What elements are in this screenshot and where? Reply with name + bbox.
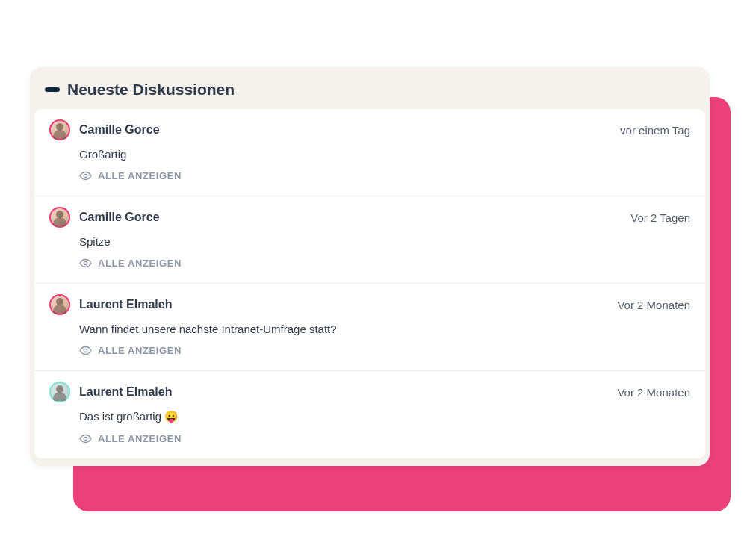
view-all-link[interactable]: ALLE ANZEIGEN (79, 257, 182, 270)
author-name[interactable]: Camille Gorce (79, 211, 160, 224)
discussions-panel: Neueste Diskussionen Camille Gorce vor e… (30, 67, 710, 466)
svg-point-3 (84, 437, 87, 440)
timestamp: Vor 2 Monaten (617, 299, 690, 311)
view-all-label: ALLE ANZEIGEN (98, 170, 182, 181)
panel-title: Neueste Diskussionen (67, 81, 235, 99)
discussion-row: Laurent Elmaleh Vor 2 Monaten Wann finde… (34, 284, 705, 371)
view-all-label: ALLE ANZEIGEN (98, 258, 182, 269)
view-all-link[interactable]: ALLE ANZEIGEN (79, 169, 182, 182)
discussion-row: Camille Gorce Vor 2 Tagen Spitze ALLE AN… (34, 196, 705, 284)
eye-icon (79, 169, 92, 182)
discussion-row: Laurent Elmaleh Vor 2 Monaten Das ist gr… (34, 371, 705, 458)
author-name[interactable]: Laurent Elmaleh (79, 385, 172, 399)
view-all-link[interactable]: ALLE ANZEIGEN (79, 344, 182, 357)
svg-point-1 (84, 261, 87, 264)
eye-icon (79, 257, 92, 270)
author-name[interactable]: Laurent Elmaleh (79, 298, 172, 311)
avatar[interactable] (49, 119, 70, 140)
view-all-link[interactable]: ALLE ANZEIGEN (79, 432, 182, 445)
discussion-body: Das ist großartig 😛 (79, 410, 690, 423)
eye-icon (79, 344, 92, 357)
discussion-row: Camille Gorce vor einem Tag Großartig AL… (34, 109, 705, 196)
eye-icon (79, 432, 92, 445)
view-all-label: ALLE ANZEIGEN (98, 433, 182, 444)
drag-handle-icon[interactable] (45, 87, 60, 92)
discussion-list: Camille Gorce vor einem Tag Großartig AL… (34, 109, 705, 458)
panel-header: Neueste Diskussionen (30, 67, 710, 109)
discussion-body: Wann findet unsere nächste Intranet-Umfr… (79, 323, 690, 335)
timestamp: Vor 2 Monaten (617, 386, 690, 399)
svg-point-0 (84, 174, 87, 177)
timestamp: Vor 2 Tagen (630, 211, 690, 224)
discussion-body: Großartig (79, 148, 690, 161)
svg-point-2 (84, 349, 87, 352)
author-name[interactable]: Camille Gorce (79, 123, 160, 137)
discussion-body: Spitze (79, 235, 690, 248)
timestamp: vor einem Tag (620, 124, 690, 137)
view-all-label: ALLE ANZEIGEN (98, 345, 182, 356)
avatar[interactable] (49, 207, 70, 228)
avatar[interactable] (49, 294, 70, 315)
avatar[interactable] (49, 382, 70, 402)
